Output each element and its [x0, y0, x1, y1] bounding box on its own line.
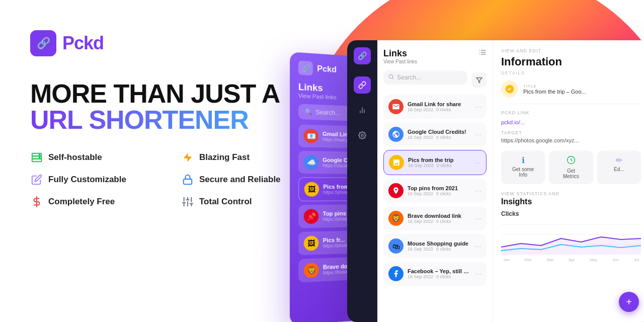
- chart-label-apr: Apr: [569, 258, 575, 262]
- hero-line1: MORE THAN JUST A: [30, 80, 312, 107]
- dollar-icon: [30, 195, 43, 208]
- gcloud-icon: [388, 127, 404, 142]
- detail-section-label: DETAILS: [501, 70, 641, 75]
- action-btn-info[interactable]: ℹ Get someInfo: [501, 150, 545, 184]
- feature-label-completely-free: Completely Free: [48, 197, 115, 207]
- chart-label-jun: Jun: [612, 258, 619, 262]
- feature-label-self-hostable: Self-hostable: [48, 152, 102, 163]
- search-icon: [388, 74, 394, 81]
- link-card-pics[interactable]: Pics from the trip 16 Sep 20220 clicks ⋯: [383, 150, 487, 175]
- more-icon-6[interactable]: ⋯: [475, 243, 481, 250]
- search-bar[interactable]: Search...: [383, 70, 467, 85]
- insights-label: View statistics and: [501, 191, 641, 196]
- link-card-pins-name: Top pins from 2021: [408, 185, 471, 191]
- facebook-icon: [388, 266, 404, 281]
- title-value: Pics from the trip – Goo...: [523, 89, 641, 95]
- link-card-pins-meta: 16 Sep 20220 clicks: [408, 191, 471, 196]
- links-panel-header: Links View Past links: [383, 48, 487, 64]
- sidebar-logo: 🔗: [354, 47, 371, 64]
- svg-point-3: [39, 154, 40, 155]
- link-card-gcloud-meta: 16 Sep 20220 clicks: [408, 135, 471, 140]
- more-icon-7[interactable]: ⋯: [475, 270, 481, 278]
- sliders-icon: [181, 195, 194, 208]
- chart-label-mar: Mar: [546, 258, 553, 262]
- link-card-gmail[interactable]: Gmail Link for share 16 Sep 20220 clicks…: [383, 95, 487, 119]
- feature-secure-reliable: Secure and Reliable: [181, 173, 312, 186]
- feature-completely-free: Completely Free: [30, 195, 161, 208]
- more-icon-3[interactable]: ⋯: [474, 159, 481, 167]
- pckd-link-label: PCKD LINK: [501, 110, 641, 115]
- sidebar-icon-links[interactable]: [354, 76, 371, 94]
- action-btn-metrics-label: GetMetrics: [552, 168, 590, 179]
- svg-point-20: [361, 134, 363, 136]
- panel-back-title: Pckd: [317, 64, 337, 74]
- app-mockup: 🔗 Pckd Links View Past links 🔍 Search...…: [292, 40, 644, 322]
- more-icon-4[interactable]: ⋯: [475, 187, 481, 195]
- link-card-gmail-name: Gmail Link for share: [408, 101, 471, 107]
- link-card-pins[interactable]: Top pins from 2021 16 Sep 20220 clicks ⋯: [383, 179, 487, 203]
- feature-self-hostable: Self-hostable: [30, 151, 161, 164]
- action-btn-info-label: Get someInfo: [504, 167, 542, 178]
- link-card-facebook-meta: 16 Sep 20220 clicks: [408, 274, 471, 279]
- link-card-gcloud-info: Google Cloud Credits! 16 Sep 20220 click…: [408, 129, 471, 140]
- sidebar-icon-stats[interactable]: [354, 102, 371, 119]
- fab-add-button[interactable]: +: [619, 292, 639, 312]
- link-card-brave-meta: 16 Sep 20220 clicks: [408, 219, 471, 224]
- action-btn-metrics[interactable]: GetMetrics: [549, 150, 593, 184]
- edit-icon: ✏: [600, 155, 638, 165]
- link-card-mouse-info: Mouse Shopping guide 16 Sep 20220 clicks: [408, 240, 471, 252]
- feature-label-secure-reliable: Secure and Reliable: [199, 175, 281, 185]
- link-card-gcloud[interactable]: Google Cloud Credits! 16 Sep 20220 click…: [383, 122, 487, 146]
- metrics-icon: [552, 155, 590, 167]
- photos-icon: [501, 80, 518, 98]
- feature-blazing-fast: Blazing Fast: [181, 151, 312, 164]
- link-card-pins-info: Top pins from 2021 16 Sep 20220 clicks: [408, 185, 471, 196]
- logo-text: Pckd: [62, 33, 104, 54]
- svg-marker-29: [476, 77, 482, 83]
- link-card-mouse[interactable]: 🛍 Mouse Shopping guide 16 Sep 20220 clic…: [383, 234, 487, 258]
- detail-info-title-content: TITLE Pics from the trip – Goo...: [523, 84, 641, 95]
- sort-icon[interactable]: [478, 48, 487, 58]
- chart-label-feb: Feb: [525, 258, 532, 262]
- link-card-facebook-info: Facebook – Yep, still use it :( 16 Sep 2…: [408, 268, 471, 279]
- link-card-brave[interactable]: 🦁 Brave download link 16 Sep 20220 click…: [383, 206, 487, 230]
- link-card-pics-info: Pics from the trip 16 Sep 20220 clicks: [408, 157, 470, 168]
- search-placeholder: Search...: [397, 74, 421, 81]
- title-label: TITLE: [523, 84, 641, 89]
- target-label: TARGET: [501, 130, 641, 135]
- mouse-icon: 🛍: [388, 238, 404, 254]
- panel-front: 🔗 Links View Past links: [347, 40, 644, 322]
- insights-title: Insights: [501, 197, 641, 206]
- pencil-icon: [30, 173, 43, 186]
- pics2-icon-back: 🖼: [304, 235, 319, 251]
- clicks-label: Clicks: [501, 210, 641, 217]
- link-card-pics-meta: 16 Sep 20220 clicks: [408, 163, 470, 168]
- logo-icon: 🔗: [30, 30, 56, 56]
- features-grid: Self-hostable Blazing Fast Fully Customi…: [30, 151, 312, 208]
- link-card-gmail-info: Gmail Link for share 16 Sep 20220 clicks: [408, 101, 471, 112]
- lock-icon: [181, 173, 194, 186]
- svg-rect-6: [184, 179, 192, 184]
- feature-fully-customizable: Fully Customizable: [30, 173, 161, 186]
- action-btn-edit[interactable]: ✏ Ed...: [597, 150, 641, 184]
- chart-label-jan: Jan: [503, 258, 510, 262]
- detail-title: Information: [501, 55, 641, 68]
- link-card-facebook[interactable]: Facebook – Yep, still use it :( 16 Sep 2…: [383, 262, 487, 286]
- filter-button[interactable]: [471, 72, 487, 88]
- svg-line-28: [392, 78, 393, 79]
- feature-total-control: Total Control: [181, 195, 312, 208]
- more-icon-5[interactable]: ⋯: [475, 215, 481, 222]
- lightning-icon: [181, 151, 194, 164]
- pins-icon-back: 📌: [304, 209, 319, 224]
- link-card-mouse-name: Mouse Shopping guide: [408, 240, 471, 247]
- sidebar-icon-settings[interactable]: [354, 127, 371, 144]
- link-card-brave-info: Brave download link 16 Sep 20220 clicks: [408, 213, 471, 224]
- action-btn-edit-label: Ed...: [600, 167, 638, 172]
- more-icon[interactable]: ⋯: [475, 103, 481, 111]
- feature-label-total-control: Total Control: [199, 197, 252, 207]
- links-panel-title: Links: [383, 48, 417, 59]
- links-panel: Links View Past links Search...: [377, 40, 493, 322]
- link-card-pics-name: Pics from the trip: [408, 157, 470, 163]
- more-icon-2[interactable]: ⋯: [475, 131, 481, 138]
- chart-label-may: May: [590, 258, 597, 262]
